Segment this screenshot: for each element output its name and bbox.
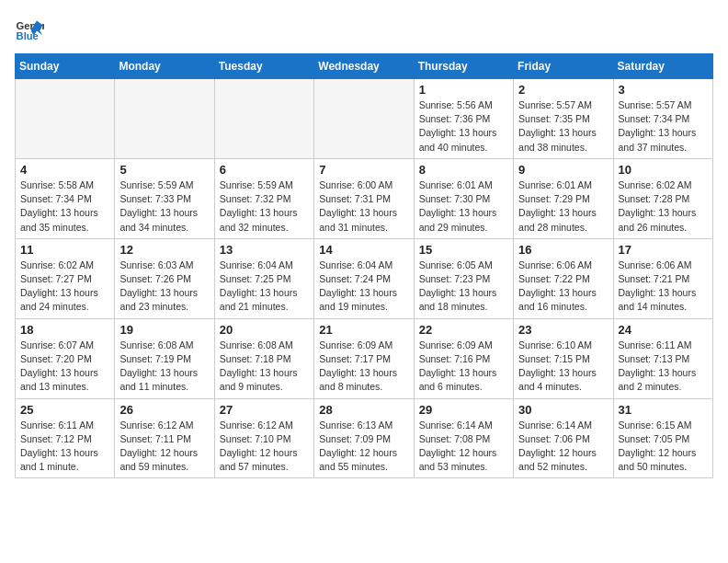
header: General Blue — [15, 15, 713, 44]
calendar-cell: 21Sunrise: 6:09 AMSunset: 7:17 PMDayligh… — [314, 318, 414, 398]
calendar-cell: 7Sunrise: 6:00 AMSunset: 7:31 PMDaylight… — [314, 158, 414, 238]
day-info: Sunrise: 6:09 AMSunset: 7:16 PMDaylight:… — [419, 339, 508, 395]
calendar-cell — [16, 79, 115, 159]
calendar-cell: 10Sunrise: 6:02 AMSunset: 7:28 PMDayligh… — [613, 158, 712, 238]
calendar-cell — [214, 79, 313, 159]
day-number: 25 — [20, 403, 109, 417]
calendar-cell: 31Sunrise: 6:15 AMSunset: 7:05 PMDayligh… — [613, 398, 712, 478]
day-info: Sunrise: 6:14 AMSunset: 7:06 PMDaylight:… — [518, 419, 608, 475]
calendar-week-row: 1Sunrise: 5:56 AMSunset: 7:36 PMDaylight… — [16, 79, 713, 159]
calendar-cell — [314, 79, 414, 159]
calendar-cell: 13Sunrise: 6:04 AMSunset: 7:25 PMDayligh… — [214, 238, 313, 318]
calendar-cell: 19Sunrise: 6:08 AMSunset: 7:19 PMDayligh… — [115, 318, 214, 398]
day-info: Sunrise: 6:11 AMSunset: 7:12 PMDaylight:… — [20, 419, 109, 475]
calendar-cell: 2Sunrise: 5:57 AMSunset: 7:35 PMDaylight… — [514, 79, 613, 159]
day-number: 22 — [419, 323, 508, 337]
calendar-header-row: SundayMondayTuesdayWednesdayThursdayFrid… — [16, 54, 713, 79]
day-number: 24 — [619, 323, 708, 337]
calendar-cell — [115, 79, 214, 159]
day-number: 10 — [619, 163, 708, 177]
day-info: Sunrise: 6:08 AMSunset: 7:18 PMDaylight:… — [220, 339, 309, 395]
calendar-cell: 3Sunrise: 5:57 AMSunset: 7:34 PMDaylight… — [613, 79, 712, 159]
calendar-week-row: 11Sunrise: 6:02 AMSunset: 7:27 PMDayligh… — [16, 238, 713, 318]
day-info: Sunrise: 6:00 AMSunset: 7:31 PMDaylight:… — [319, 178, 408, 235]
day-info: Sunrise: 6:12 AMSunset: 7:11 PMDaylight:… — [119, 419, 209, 475]
day-number: 13 — [220, 243, 309, 257]
day-info: Sunrise: 6:02 AMSunset: 7:28 PMDaylight:… — [619, 178, 708, 235]
col-header-tuesday: Tuesday — [214, 54, 313, 79]
day-number: 28 — [319, 403, 408, 417]
day-info: Sunrise: 5:59 AMSunset: 7:33 PMDaylight:… — [119, 178, 209, 235]
calendar-cell: 25Sunrise: 6:11 AMSunset: 7:12 PMDayligh… — [16, 398, 115, 478]
day-number: 18 — [20, 323, 109, 337]
col-header-friday: Friday — [514, 54, 613, 79]
day-number: 21 — [319, 323, 408, 337]
day-number: 17 — [619, 243, 708, 257]
day-number: 9 — [518, 163, 608, 177]
day-number: 27 — [220, 403, 309, 417]
day-number: 14 — [319, 243, 408, 257]
calendar-cell: 12Sunrise: 6:03 AMSunset: 7:26 PMDayligh… — [115, 238, 214, 318]
calendar-cell: 17Sunrise: 6:06 AMSunset: 7:21 PMDayligh… — [613, 238, 712, 318]
calendar-cell: 14Sunrise: 6:04 AMSunset: 7:24 PMDayligh… — [314, 238, 414, 318]
calendar-week-row: 4Sunrise: 5:58 AMSunset: 7:34 PMDaylight… — [16, 158, 713, 238]
day-number: 4 — [20, 163, 109, 177]
calendar-cell: 15Sunrise: 6:05 AMSunset: 7:23 PMDayligh… — [414, 238, 513, 318]
day-number: 31 — [619, 403, 708, 417]
calendar-cell: 24Sunrise: 6:11 AMSunset: 7:13 PMDayligh… — [613, 318, 712, 398]
calendar-cell: 1Sunrise: 5:56 AMSunset: 7:36 PMDaylight… — [414, 79, 513, 159]
calendar-cell: 29Sunrise: 6:14 AMSunset: 7:08 PMDayligh… — [414, 398, 513, 478]
day-info: Sunrise: 5:56 AMSunset: 7:36 PMDaylight:… — [419, 98, 508, 155]
day-info: Sunrise: 6:11 AMSunset: 7:13 PMDaylight:… — [619, 339, 708, 395]
col-header-saturday: Saturday — [613, 54, 712, 79]
day-info: Sunrise: 6:04 AMSunset: 7:25 PMDaylight:… — [220, 259, 309, 315]
day-info: Sunrise: 6:01 AMSunset: 7:29 PMDaylight:… — [518, 178, 608, 235]
day-number: 1 — [419, 83, 508, 97]
calendar-cell: 20Sunrise: 6:08 AMSunset: 7:18 PMDayligh… — [214, 318, 313, 398]
calendar-cell: 26Sunrise: 6:12 AMSunset: 7:11 PMDayligh… — [115, 398, 214, 478]
logo-icon: General Blue — [15, 15, 44, 44]
calendar-week-row: 18Sunrise: 6:07 AMSunset: 7:20 PMDayligh… — [16, 318, 713, 398]
day-number: 7 — [319, 163, 408, 177]
col-header-thursday: Thursday — [414, 54, 513, 79]
day-number: 6 — [220, 163, 309, 177]
calendar-cell: 8Sunrise: 6:01 AMSunset: 7:30 PMDaylight… — [414, 158, 513, 238]
day-number: 12 — [119, 243, 209, 257]
day-info: Sunrise: 6:07 AMSunset: 7:20 PMDaylight:… — [20, 339, 109, 395]
day-number: 5 — [119, 163, 209, 177]
calendar-cell: 28Sunrise: 6:13 AMSunset: 7:09 PMDayligh… — [314, 398, 414, 478]
col-header-wednesday: Wednesday — [314, 54, 414, 79]
day-number: 16 — [518, 243, 608, 257]
day-number: 26 — [119, 403, 209, 417]
calendar-cell: 9Sunrise: 6:01 AMSunset: 7:29 PMDaylight… — [514, 158, 613, 238]
day-number: 30 — [518, 403, 608, 417]
calendar: SundayMondayTuesdayWednesdayThursdayFrid… — [15, 53, 713, 478]
day-info: Sunrise: 6:10 AMSunset: 7:15 PMDaylight:… — [518, 339, 608, 395]
day-info: Sunrise: 5:59 AMSunset: 7:32 PMDaylight:… — [220, 178, 309, 235]
day-number: 2 — [518, 83, 608, 97]
col-header-sunday: Sunday — [16, 54, 115, 79]
calendar-cell: 11Sunrise: 6:02 AMSunset: 7:27 PMDayligh… — [16, 238, 115, 318]
day-number: 8 — [419, 163, 508, 177]
day-info: Sunrise: 6:06 AMSunset: 7:22 PMDaylight:… — [518, 259, 608, 315]
calendar-week-row: 25Sunrise: 6:11 AMSunset: 7:12 PMDayligh… — [16, 398, 713, 478]
day-info: Sunrise: 5:57 AMSunset: 7:35 PMDaylight:… — [518, 98, 608, 155]
day-info: Sunrise: 6:02 AMSunset: 7:27 PMDaylight:… — [20, 259, 109, 315]
day-info: Sunrise: 6:04 AMSunset: 7:24 PMDaylight:… — [319, 259, 408, 315]
calendar-cell: 16Sunrise: 6:06 AMSunset: 7:22 PMDayligh… — [514, 238, 613, 318]
calendar-cell: 23Sunrise: 6:10 AMSunset: 7:15 PMDayligh… — [514, 318, 613, 398]
day-number: 11 — [20, 243, 109, 257]
logo: General Blue — [15, 15, 48, 44]
day-info: Sunrise: 6:06 AMSunset: 7:21 PMDaylight:… — [619, 259, 708, 315]
day-number: 19 — [119, 323, 209, 337]
day-info: Sunrise: 6:08 AMSunset: 7:19 PMDaylight:… — [119, 339, 209, 395]
calendar-cell: 30Sunrise: 6:14 AMSunset: 7:06 PMDayligh… — [514, 398, 613, 478]
day-info: Sunrise: 6:01 AMSunset: 7:30 PMDaylight:… — [419, 178, 508, 235]
calendar-cell: 18Sunrise: 6:07 AMSunset: 7:20 PMDayligh… — [16, 318, 115, 398]
calendar-cell: 4Sunrise: 5:58 AMSunset: 7:34 PMDaylight… — [16, 158, 115, 238]
day-number: 20 — [220, 323, 309, 337]
day-info: Sunrise: 6:03 AMSunset: 7:26 PMDaylight:… — [119, 259, 209, 315]
day-info: Sunrise: 6:09 AMSunset: 7:17 PMDaylight:… — [319, 339, 408, 395]
calendar-cell: 27Sunrise: 6:12 AMSunset: 7:10 PMDayligh… — [214, 398, 313, 478]
day-info: Sunrise: 6:05 AMSunset: 7:23 PMDaylight:… — [419, 259, 508, 315]
